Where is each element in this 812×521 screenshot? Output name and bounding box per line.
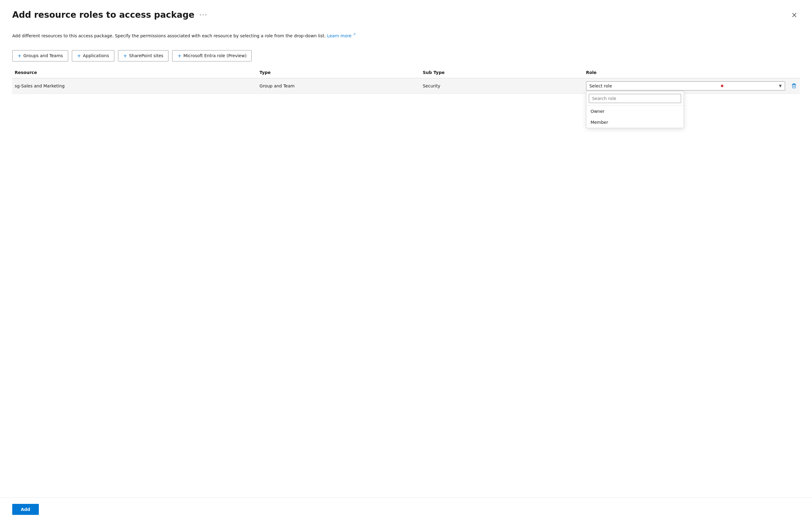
panel: Add resource roles to access package ···… xyxy=(0,0,812,521)
col-header-subtype: Sub Type xyxy=(420,70,584,75)
trash-icon xyxy=(791,83,797,89)
applications-label: Applications xyxy=(83,53,109,58)
resource-table: Resource Type Sub Type Role sg-Sales and… xyxy=(12,70,800,521)
col-header-role: Role xyxy=(584,70,788,75)
plus-icon: + xyxy=(77,53,81,59)
description-text: Add different resources to this access p… xyxy=(12,32,800,39)
type-cell: Group and Team xyxy=(257,84,420,88)
plus-icon: + xyxy=(177,53,181,59)
add-button[interactable]: Add xyxy=(12,504,39,515)
external-link-icon: ↗ xyxy=(353,32,355,37)
panel-title-row: Add resource roles to access package ··· xyxy=(12,10,208,20)
footer: Add xyxy=(0,497,812,521)
panel-title: Add resource roles to access package xyxy=(12,10,194,20)
toolbar: + Groups and Teams + Applications + Shar… xyxy=(12,50,800,62)
chevron-down-icon: ▼ xyxy=(779,84,782,88)
table-row: sg-Sales and Marketing Group and Team Se… xyxy=(12,78,800,94)
plus-icon: + xyxy=(123,53,127,59)
add-applications-button[interactable]: + Applications xyxy=(72,50,114,62)
role-cell: Select role ▼ Owner Member xyxy=(584,81,788,91)
plus-icon: + xyxy=(18,53,21,59)
groups-teams-label: Groups and Teams xyxy=(23,53,63,58)
search-role-input[interactable] xyxy=(589,94,681,103)
add-microsoft-entra-role-button[interactable]: + Microsoft Entra role (Preview) xyxy=(172,50,252,62)
svg-rect-0 xyxy=(793,84,795,84)
add-sharepoint-sites-button[interactable]: + SharePoint sites xyxy=(118,50,169,62)
add-groups-teams-button[interactable]: + Groups and Teams xyxy=(12,50,68,62)
select-role-dropdown[interactable]: Select role ▼ xyxy=(586,81,785,91)
table-header: Resource Type Sub Type Role xyxy=(12,70,800,78)
dropdown-search-container xyxy=(586,91,683,106)
resource-cell: sg-Sales and Marketing xyxy=(12,84,257,88)
delete-row-button[interactable] xyxy=(790,82,798,90)
close-button[interactable]: × xyxy=(789,10,800,20)
learn-more-link[interactable]: Learn more ↗ xyxy=(327,33,356,38)
more-options-icon[interactable]: ··· xyxy=(199,11,208,19)
sharepoint-sites-label: SharePoint sites xyxy=(129,53,163,58)
subtype-cell: Security xyxy=(420,84,584,88)
col-header-type: Type xyxy=(257,70,420,75)
microsoft-entra-role-label: Microsoft Entra role (Preview) xyxy=(183,53,247,58)
role-option-owner[interactable]: Owner xyxy=(586,106,683,117)
loading-indicator xyxy=(721,85,723,87)
panel-header: Add resource roles to access package ···… xyxy=(12,10,800,20)
role-dropdown-menu: Owner Member xyxy=(586,91,684,128)
delete-cell xyxy=(788,82,800,90)
role-option-member[interactable]: Member xyxy=(586,117,683,128)
col-header-actions xyxy=(788,70,800,75)
col-header-resource: Resource xyxy=(12,70,257,75)
svg-rect-1 xyxy=(792,84,796,85)
